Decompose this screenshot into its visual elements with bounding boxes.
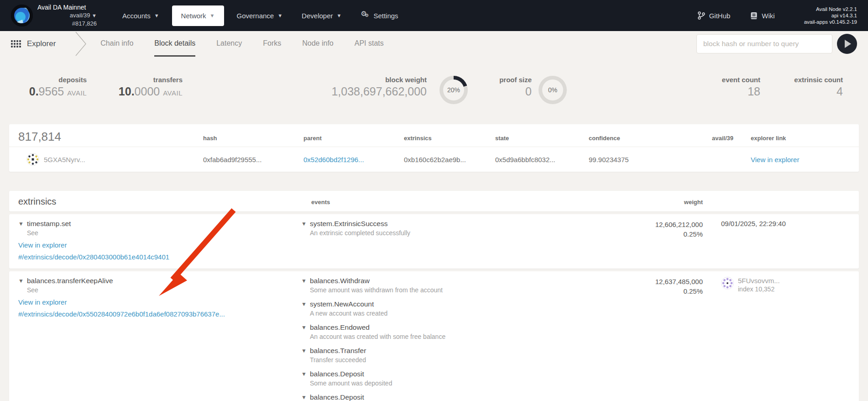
apps-version: avail-apps v0.145.2-19 xyxy=(804,19,857,25)
block-author[interactable]: 5GXA5Nyrv... xyxy=(18,153,203,166)
event-item: ▼ balances.Endowed An account was create… xyxy=(301,323,607,340)
weight-value: 12,606,212,000 xyxy=(607,220,703,229)
parent-hash-link[interactable]: 0x52d60bd2f1296... xyxy=(303,156,364,164)
extrinsic-call-cell: ▼ timestamp.set See View in explorer #/e… xyxy=(18,220,301,263)
expand-caret-icon[interactable]: ▼ xyxy=(18,277,24,294)
extrinsic-timestamp: 09/01/2025, 22:29:40 xyxy=(703,220,850,227)
tab-node-info[interactable]: Node info xyxy=(302,31,334,57)
expand-caret-icon[interactable]: ▼ xyxy=(301,347,307,364)
github-link[interactable]: GitHub xyxy=(698,11,731,20)
expand-caret-icon[interactable]: ▼ xyxy=(301,393,307,401)
event-name: system.ExtrinsicSuccess xyxy=(310,220,410,228)
event-name: balances.Transfer xyxy=(310,347,366,355)
event-name: balances.Endowed xyxy=(310,323,445,332)
menu-accounts[interactable]: Accounts▼ xyxy=(116,6,166,25)
extrinsics-root: 0xb160c62b2ae9b... xyxy=(404,156,495,164)
column-header-explorer-link: explorer link xyxy=(751,135,850,144)
expand-caret-icon[interactable]: ▼ xyxy=(301,220,307,237)
menu-developer[interactable]: Developer▼ xyxy=(295,6,348,25)
top-navigation-bar: Avail DA Mainnet avail/39 ▼ #817,826 Acc… xyxy=(0,0,868,31)
play-icon xyxy=(845,40,851,48)
stat-block-weight: block weight 1,038,697,662,000 xyxy=(283,76,427,98)
stat-deposits: deposits 0.9565 AVAIL xyxy=(18,76,87,98)
event-item: ▼ system.NewAccount A new account was cr… xyxy=(301,300,607,317)
app-switcher[interactable]: Explorer xyxy=(11,31,56,57)
author-address: 5GXA5Nyrv... xyxy=(44,156,85,164)
weight-column-header: weight xyxy=(607,199,703,207)
events-column-header: events xyxy=(311,199,607,207)
event-description: Some amount was withdrawn from the accou… xyxy=(310,286,443,294)
weight-cell: 12,637,485,000 0.25% xyxy=(607,277,703,296)
block-weight-donut: 20% xyxy=(439,76,468,104)
chain-spec: avail/39 ▼ xyxy=(37,11,97,20)
tab-latency[interactable]: Latency xyxy=(216,31,242,57)
event-item: ▼ balances.Withdraw Some amount was with… xyxy=(301,277,607,294)
event-description: A new account was created xyxy=(310,310,387,317)
chevron-down-icon: ▼ xyxy=(210,13,215,18)
extrinsic-call-cell: ▼ balances.transferKeepAlive See View in… xyxy=(18,277,301,320)
tab-block-details[interactable]: Block details xyxy=(154,31,195,57)
gear-icon: ⚙⚙ xyxy=(361,11,370,20)
tab-api-stats[interactable]: API stats xyxy=(355,31,384,57)
stat-event-count: event count 18 xyxy=(696,76,760,98)
expand-caret-icon[interactable]: ▼ xyxy=(301,300,307,317)
explorer-subnav: Explorer Chain info Block details Latenc… xyxy=(0,31,868,57)
chain-info-block[interactable]: Avail DA Mainnet avail/39 ▼ #817,826 xyxy=(37,4,97,27)
event-item: ▼ balances.Deposit Some amount was depos… xyxy=(301,370,607,387)
menu-settings[interactable]: ⚙⚙ Settings xyxy=(354,5,404,26)
event-description: Some amount was deposited xyxy=(310,380,392,387)
signer[interactable]: 5FUvsovvm... index 10,352 xyxy=(721,277,850,293)
expand-caret-icon[interactable]: ▼ xyxy=(301,323,307,340)
block-table-row: 5GXA5Nyrv... 0xfab6ad9f29555... 0x52d60b… xyxy=(9,147,859,172)
block-summary-stats: deposits 0.9565 AVAIL transfers 10.0000 … xyxy=(0,57,868,124)
extrinsic-explorer-link[interactable]: View in explorer xyxy=(18,241,67,249)
event-description: An account was created with some free ba… xyxy=(310,333,445,340)
extrinsic-decode-link[interactable]: #/extrinsics/decode/0x55028400972e6b0f1d… xyxy=(18,310,225,318)
event-item: ▼ balances.Transfer Transfer succeeded xyxy=(301,347,607,364)
menu-governance[interactable]: Governance▼ xyxy=(230,6,289,25)
block-search-input[interactable] xyxy=(696,34,832,53)
weight-percent: 0.25% xyxy=(607,229,703,239)
chevron-divider xyxy=(73,31,89,57)
chevron-down-icon: ▼ xyxy=(336,13,341,18)
extrinsics-title: extrinsics xyxy=(18,196,301,207)
expand-caret-icon[interactable]: ▼ xyxy=(18,220,24,237)
block-table-header: 817,814 hash parent extrinsics state con… xyxy=(9,124,859,147)
expand-caret-icon[interactable]: ▼ xyxy=(301,370,307,387)
chevron-down-icon: ▼ xyxy=(154,13,159,18)
extrinsic-see[interactable]: See xyxy=(27,286,113,294)
best-block-number: #817,826 xyxy=(37,20,97,27)
chevron-down-icon: ▼ xyxy=(92,13,97,18)
tab-forks[interactable]: Forks xyxy=(263,31,281,57)
block-details-card: 817,814 hash parent extrinsics state con… xyxy=(9,124,859,172)
event-name: system.NewAccount xyxy=(310,300,387,308)
event-name: balances.Deposit xyxy=(310,393,392,401)
extrinsic-row-timestamp-set: ▼ timestamp.set See View in explorer #/e… xyxy=(9,214,859,269)
apps-grid-icon xyxy=(11,40,21,47)
extrinsic-decode-link[interactable]: #/extrinsics/decode/0x280403000b61e4014c… xyxy=(18,253,169,261)
stat-extrinsic-count: extrinsic count 4 xyxy=(778,76,843,98)
external-links: GitHub Wiki xyxy=(698,11,775,20)
event-name: balances.Deposit xyxy=(310,370,392,378)
wiki-link[interactable]: Wiki xyxy=(750,12,774,20)
stat-proof-size: proof size 0 xyxy=(470,76,532,98)
expand-caret-icon[interactable]: ▼ xyxy=(301,277,307,294)
node-version: Avail Node v2.2.1 xyxy=(804,6,857,12)
proof-size-donut: 0% xyxy=(539,76,567,104)
tab-chain-info[interactable]: Chain info xyxy=(100,31,133,57)
avail-logo[interactable] xyxy=(11,5,33,26)
extrinsic-explorer-link[interactable]: View in explorer xyxy=(18,298,67,306)
column-header-confidence: confidence xyxy=(589,135,712,144)
book-icon xyxy=(750,12,758,20)
search-submit-button[interactable] xyxy=(837,34,857,54)
view-in-explorer-link[interactable]: View in explorer xyxy=(751,156,799,164)
extrinsic-name: balances.transferKeepAlive xyxy=(27,277,113,285)
weight-cell: 12,606,212,000 0.25% xyxy=(607,220,703,239)
column-header-chain: avail/39 xyxy=(712,135,751,144)
column-header-state: state xyxy=(495,135,589,144)
menu-network-active[interactable]: Network▼ xyxy=(172,5,224,26)
extrinsic-see[interactable]: See xyxy=(27,229,71,237)
version-info: Avail Node v2.2.1 api v14.3.1 avail-apps… xyxy=(804,6,857,25)
app-title: Explorer xyxy=(27,39,56,48)
events-cell: ▼ system.ExtrinsicSuccess An extrinsic c… xyxy=(301,220,607,243)
